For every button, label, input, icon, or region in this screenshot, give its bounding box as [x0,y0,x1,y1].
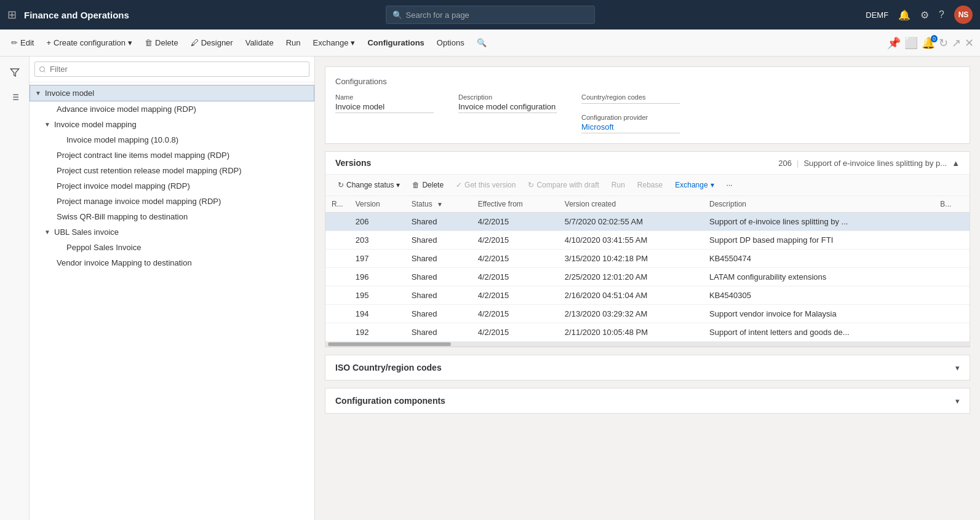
config-provider-label: Configuration provider [581,114,680,121]
status-filter-icon[interactable]: ▼ [437,201,443,208]
versions-title: Versions [335,158,778,168]
versions-exchange-button[interactable]: Exchange ▾ [670,178,719,192]
pin-icon[interactable]: 📌 [887,36,901,50]
change-status-button[interactable]: ↻ Change status ▾ [333,178,405,192]
cell-version: 206 [349,213,405,231]
tree-item[interactable]: ▼ UBL Sales invoice [30,224,314,240]
config-components-header[interactable]: Configuration components ▾ [325,388,970,413]
cell-effective-from: 4/2/2015 [472,268,559,286]
badge-notifications-icon[interactable]: 🔔 0 [922,36,935,50]
cell-version-created: 2/16/2020 04:51:04 AM [559,286,703,305]
get-this-version-button[interactable]: ✓ Get this version [451,178,520,192]
iso-section: ISO Country/region codes ▾ [325,355,970,380]
versions-delete-icon: 🗑 [412,181,420,189]
horizontal-scrollbar[interactable] [325,342,970,347]
tree-item[interactable]: Peppol Sales Invoice [30,240,314,255]
table-row[interactable]: 203 Shared 4/2/2015 4/10/2020 03:41:55 A… [325,231,970,250]
table-row[interactable]: 194 Shared 4/2/2015 2/13/2020 03:29:32 A… [325,305,970,323]
col-effective-from: Effective from [472,196,559,213]
cell-version: 203 [349,231,405,250]
tree-item[interactable]: ▼ Invoice model [30,85,314,101]
cell-version-created: 4/10/2020 03:41:55 AM [559,231,703,250]
table-row[interactable]: 206 Shared 4/2/2015 5/7/2020 02:02:55 AM… [325,213,970,231]
cell-b [934,305,970,323]
col-status: Status ▼ [405,196,472,213]
tree-item[interactable]: Project manage invoice model mapping (RD… [30,194,314,209]
scroll-thumb[interactable] [328,342,451,346]
cell-version: 192 [349,323,405,342]
configurations-button[interactable]: Configurations [362,36,429,50]
tree-filter-input[interactable] [34,61,309,77]
config-fields: Name Invoice model Description Invoice m… [335,93,960,133]
delete-button[interactable]: 🗑 Delete [140,36,183,50]
change-status-icon: ↻ [338,181,344,189]
versions-table-container: R... Version Status ▼ Effective from Ver… [325,196,970,342]
versions-collapse-icon[interactable]: ▲ [952,159,960,168]
expand-icon[interactable]: ⬜ [904,36,918,50]
notification-bell-icon[interactable]: 🔔 [898,9,910,21]
expand-icon: ▼ [44,229,52,235]
tree-item[interactable]: Project cust retention release model map… [30,163,314,178]
grid-icon[interactable]: ⊞ [7,8,17,22]
rebase-button[interactable]: Rebase [632,178,667,192]
config-components-section: Configuration components ▾ [325,388,970,414]
validate-button[interactable]: Validate [241,36,279,50]
col-r: R... [325,196,349,213]
list-icon[interactable] [4,86,26,108]
tree-item[interactable]: Vendor invoice Mapping to destination [30,255,314,270]
cell-description: Support of intent letters and goods de..… [703,323,934,342]
table-row[interactable]: 197 Shared 4/2/2015 3/15/2020 10:42:18 P… [325,250,970,268]
exchange-button[interactable]: Exchange ▾ [308,36,361,50]
cell-effective-from: 4/2/2015 [472,323,559,342]
table-row[interactable]: 195 Shared 4/2/2015 2/16/2020 04:51:04 A… [325,286,970,305]
cell-version: 197 [349,250,405,268]
search-icon: 🔍 [392,10,402,20]
settings-gear-icon[interactable]: ⚙ [920,9,929,21]
tree-content: ▼ Invoice model Advance invoice model ma… [30,82,314,520]
tree-item[interactable]: Project invoice model mapping (RDP) [30,178,314,194]
cell-r [325,268,349,286]
close-icon[interactable]: ✕ [965,36,974,50]
col-version: Version [349,196,405,213]
table-row[interactable]: 196 Shared 4/2/2015 2/25/2020 12:01:20 A… [325,268,970,286]
cell-r [325,231,349,250]
top-bar: ⊞ Finance and Operations 🔍 Search for a … [0,0,980,30]
iso-collapse-icon: ▾ [955,363,960,372]
cell-version: 196 [349,268,405,286]
config-provider-value[interactable]: Microsoft [581,122,680,133]
options-button[interactable]: Options [432,36,469,50]
versions-delete-button[interactable]: 🗑 Delete [407,178,448,192]
exchange-dropdown-icon: ▾ [351,38,355,47]
versions-run-button[interactable]: Run [607,178,630,192]
expand-icon: ▼ [44,121,52,128]
tree-item[interactable]: Swiss QR-Bill mapping to destination [30,209,314,224]
cell-b [934,213,970,231]
versions-more-button[interactable]: ··· [722,178,738,192]
open-new-icon[interactable]: ↗ [952,36,961,50]
iso-section-title: ISO Country/region codes [335,363,955,372]
table-row[interactable]: 192 Shared 4/2/2015 2/11/2020 10:05:48 P… [325,323,970,342]
search-toolbar-button[interactable]: 🔍 [472,36,492,50]
name-value: Invoice model [335,102,434,113]
user-avatar[interactable]: NS [954,6,973,24]
change-status-dropdown-icon: ▾ [396,181,400,189]
global-search[interactable]: 🔍 Search for a page [386,6,595,24]
main-layout: ▼ Invoice model Advance invoice model ma… [0,57,980,520]
cell-b [934,268,970,286]
designer-button[interactable]: 🖊 Designer [186,36,238,50]
filter-sidebar-icon[interactable] [4,61,26,84]
create-configuration-button[interactable]: + Create configuration ▾ [41,36,137,50]
tree-item[interactable]: ▼ Invoice model mapping [30,117,314,132]
cell-version-created: 2/13/2020 03:29:32 AM [559,305,703,323]
designer-icon: 🖊 [191,38,199,47]
help-icon[interactable]: ? [939,9,944,20]
tree-item[interactable]: Invoice model mapping (10.0.8) [30,132,314,148]
edit-button[interactable]: ✏ Edit [6,36,39,50]
run-button[interactable]: Run [281,36,306,50]
cell-r [325,286,349,305]
refresh-icon[interactable]: ↻ [939,36,948,50]
tree-item[interactable]: Project contract line items model mappin… [30,148,314,163]
iso-section-header[interactable]: ISO Country/region codes ▾ [325,355,970,380]
compare-with-draft-button[interactable]: ↻ Compare with draft [523,178,604,192]
tree-item[interactable]: Advance invoice model mapping (RDP) [30,101,314,117]
